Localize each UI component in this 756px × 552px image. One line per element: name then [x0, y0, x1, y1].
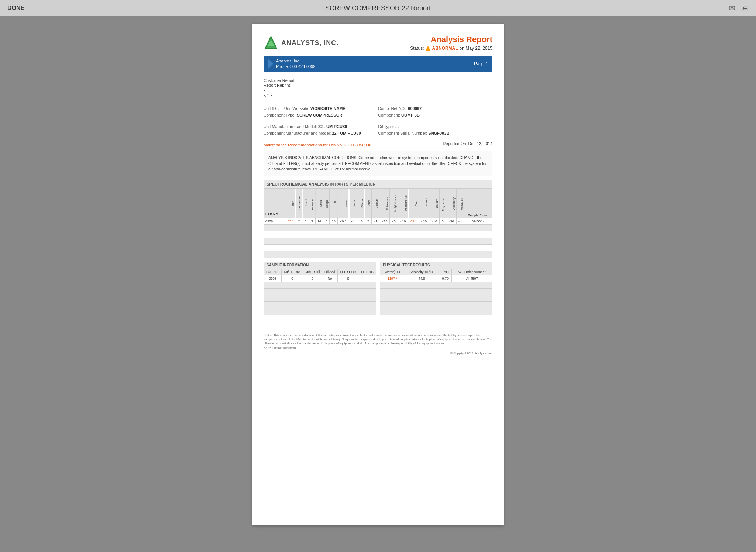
spec-col-sodium: Sodium [371, 189, 379, 218]
blue-bar-text: Analysts, Inc. Phone: 800-424-0099 [276, 58, 315, 70]
sample-oil-add: No [322, 275, 337, 282]
status-line: Status: ABNORMAL on May 22, 2015 [410, 46, 492, 51]
table-row [380, 282, 492, 289]
phys-col-tac: TAC [439, 269, 452, 275]
spec-col-titanium: Titanium [349, 189, 357, 218]
table-row [380, 289, 492, 295]
table-row [264, 295, 376, 302]
spec-col-chromium: Chromium [296, 189, 302, 218]
spec-col-silver: Silver [337, 189, 349, 218]
phys-col-viscosity: Viscosity 40 °C [405, 269, 439, 275]
spec-col-nickel: Nickel [302, 189, 309, 218]
sample-col-oil-add: Oil Add [322, 269, 337, 275]
status-date: on May 22, 2015 [460, 46, 492, 51]
spec-barium: <10 [429, 218, 439, 225]
phys-wk-order: AI-4507 [452, 275, 492, 282]
physical-table: Water(KF) Viscosity 40 °C TAC Wk-Order N… [380, 269, 492, 315]
blue-bar-page: Page 1 [474, 61, 488, 66]
spec-col-potassium: Potassium [379, 189, 390, 218]
email-icon[interactable]: ✉ [729, 4, 735, 13]
phys-col-wk-order: Wk-Order Number [452, 269, 492, 275]
fields-grid: Unit ID: - Unit Worksite: WORKSITE NAME … [264, 105, 492, 118]
spec-vanadium: <1 [456, 218, 464, 225]
report-title-area: Analysis Report Status: ABNORMAL on May … [410, 35, 492, 51]
spec-col-magnesium: Magnesium [439, 189, 446, 218]
phys-viscosity: 44.9 [405, 275, 439, 282]
info-dash: - [264, 88, 492, 92]
phys-col-water: Water(KF) [380, 269, 405, 275]
table-row: 0908 0 0 No S [264, 275, 376, 282]
spec-col-copper: Copper [323, 189, 330, 218]
status-label: Status: [410, 46, 424, 51]
spec-col-antimony: Antimony [446, 189, 456, 218]
sample-col-oil-chg: Oil CHG [359, 269, 376, 275]
spec-lead: 14 [315, 218, 323, 225]
spec-col-boron: Boron [365, 189, 372, 218]
table-row [264, 225, 492, 231]
done-button[interactable]: DONE [7, 5, 24, 11]
spec-sodium: <1 [371, 218, 379, 225]
analysis-text: ANALYSIS INDICATES ABNORMAL CONDITIONS! … [264, 151, 492, 176]
spec-titanium: <1 [349, 218, 357, 225]
fields-grid-2: Unit Manufacturer and Model: 22 - UM RCU… [264, 123, 492, 137]
footer-copyright: © Copyright 2012, Analysts. Inc. [264, 351, 492, 355]
spec-col-molybdenum: Molybdenum [390, 189, 398, 218]
spec-silver: <0.1 [337, 218, 349, 225]
spec-potassium: <10 [379, 218, 390, 225]
unit-mfr-field: Unit Manufacturer and Model: 22 - UM RCU… [264, 123, 378, 130]
spec-calcium: <10 [419, 218, 429, 225]
sample-lab-no: 0908 [264, 275, 282, 282]
blue-bar-phone: Phone: 800-424-0099 [276, 64, 315, 69]
comp-mfr-field: Component Manufacturer and Model: 22 - U… [264, 130, 378, 137]
table-row [264, 251, 492, 258]
unit-id-field: Unit ID: - Unit Worksite: WORKSITE NAME [264, 105, 378, 112]
bottom-tables: SAMPLE INFORMATION LAB NO. MI/HR Unit MI… [264, 262, 492, 315]
report-header: ANALYSTS, INC. Analysis Report Status: A… [264, 35, 492, 51]
spec-iron[interactable]: 83 * [285, 218, 296, 225]
comp-ref-field: Comp. Ref NO.: 600097 [378, 105, 492, 112]
table-row [264, 245, 492, 251]
page-wrapper: ANALYSTS, INC. Analysis Report Status: A… [0, 16, 756, 540]
spec-chromium: 2 [296, 218, 302, 225]
table-row [264, 282, 376, 289]
table-row [380, 302, 492, 308]
report-reprint: Report Reprint [264, 83, 492, 87]
spec-magnesium: 3 [439, 218, 446, 225]
divider-2 [264, 121, 492, 121]
footer-text: Notice: This analysis is intended as an … [264, 333, 492, 346]
table-row [264, 302, 376, 308]
spec-molybdenum: <5 [390, 218, 398, 225]
table-row [380, 308, 492, 315]
sample-oil-chg [359, 275, 376, 282]
spec-col-zinc: Zinc [408, 189, 419, 218]
blue-bar: Analysts, Inc. Phone: 800-424-0099 Page … [264, 56, 492, 72]
sample-col-mihr-unit: MI/HR Unit [282, 269, 303, 275]
table-row: 0908 83 * 2 3 3 14 3 10 <0.1 <1 18 2 <1 … [264, 218, 492, 225]
spec-silicon: 18 [357, 218, 365, 225]
spec-table: LAB NO. Iron Chromium Nickel Aluminum Le… [264, 188, 492, 258]
report-page: ANALYSTS, INC. Analysis Report Status: A… [252, 24, 504, 525]
reported-on: Reported On: Dec 12, 2014 [443, 141, 492, 146]
sample-mihr-oil: 0 [303, 275, 322, 282]
phys-water[interactable]: 1197 * [380, 275, 405, 282]
spec-col-phosphorus: Phosphorus [398, 189, 408, 218]
spec-col-tin: Tin [330, 189, 337, 218]
customer-report: Customer Report [264, 78, 492, 83]
page-title: SCREW COMPRESSOR 22 Report [325, 4, 431, 12]
top-bar-actions: ✉ 🖨 [729, 4, 749, 13]
spec-col-calcium: Calcium [419, 189, 429, 218]
component-type-field: Component Type: SCREW COMPRESSOR [264, 112, 378, 118]
spec-col-iron: Iron [285, 189, 296, 218]
print-icon[interactable]: 🖨 [741, 4, 749, 13]
spec-zinc[interactable]: 69 * [408, 218, 419, 225]
sample-fltr-chg: S [337, 275, 359, 282]
sample-section: SAMPLE INFORMATION LAB NO. MI/HR Unit MI… [264, 262, 376, 315]
spec-col-aluminum: Aluminum [309, 189, 315, 218]
divider-3 [264, 139, 492, 139]
blue-bar-triangle-icon [268, 59, 273, 69]
logo-text: ANALYSTS, INC. [281, 39, 339, 47]
info-section: Customer Report Report Reprint - -, *, - [264, 76, 492, 100]
spec-lab-no: 0908 [264, 218, 285, 225]
sample-col-fltr-chg: FLTR CHG [337, 269, 359, 275]
divider-1 [264, 103, 492, 103]
